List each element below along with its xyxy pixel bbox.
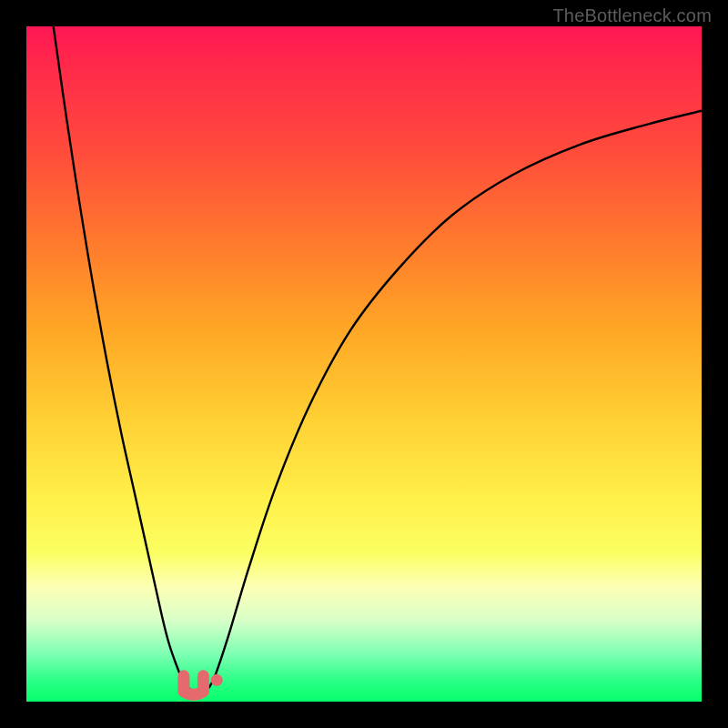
curve-right-branch — [208, 111, 702, 688]
chart-frame: TheBottleneck.com — [0, 0, 728, 728]
dip-marker-u — [184, 676, 204, 695]
plot-area — [26, 26, 702, 702]
curve-layer — [26, 26, 702, 702]
attribution-watermark: TheBottleneck.com — [552, 5, 712, 26]
dip-marker-dot — [211, 674, 223, 686]
curve-left-branch — [54, 26, 196, 692]
